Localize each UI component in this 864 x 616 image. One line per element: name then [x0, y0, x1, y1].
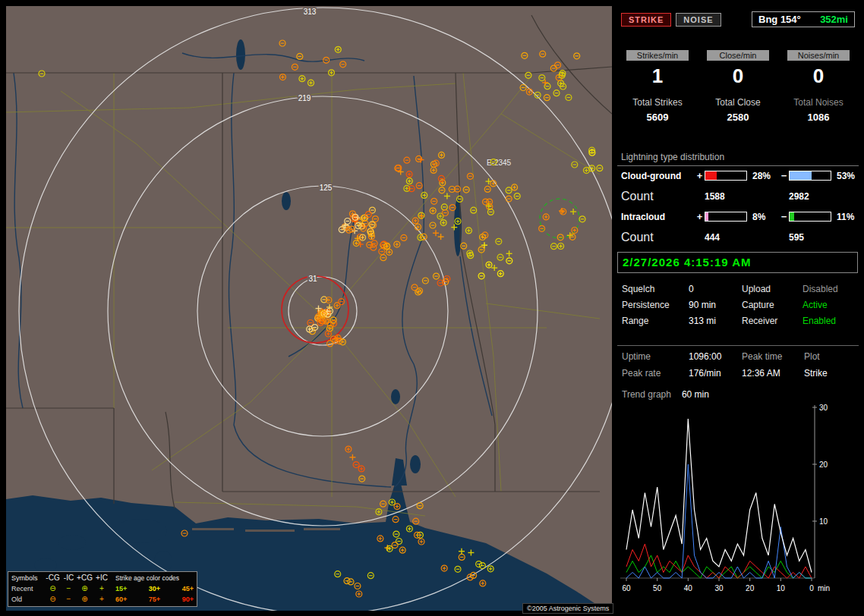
plot-value: Strike — [804, 368, 848, 379]
svg-text:0: 0 — [809, 584, 814, 592]
receiver-label: Receiver — [742, 316, 803, 326]
intracloud-label: Intracloud — [621, 212, 695, 222]
total-close-value: 2580 — [698, 112, 778, 123]
age-codes-row-1: 15+ 30+ 45+ — [111, 585, 194, 592]
age-75: 75+ — [149, 596, 160, 603]
total-noises-value: 1086 — [778, 112, 859, 123]
cg-minus-pct: 53% — [833, 171, 858, 181]
intracloud-count-row: Count 444 595 — [617, 231, 859, 244]
legend-type-ic-minus: -IC — [61, 574, 77, 582]
lightning-map[interactable]: 31321912531E-2345 — [6, 6, 612, 611]
datetime-box: 2/27/2026 4:15:19 AM — [617, 252, 858, 273]
bearing-label: Bng 154° — [758, 14, 801, 25]
trend-graph-canvas: 3020106050403020100min — [617, 402, 859, 601]
map-canvas: 31321912531E-2345 — [6, 6, 612, 611]
strikes-per-min-value: 1 — [617, 65, 698, 86]
peak-rate-value: 176/min — [689, 368, 742, 379]
age-90: 90+ — [182, 596, 194, 603]
legend-age-header: Strike age color codes — [111, 574, 194, 582]
cg-minus-count: 2982 — [789, 191, 833, 202]
intracloud-row: Intracloud + 8% − 11% — [617, 211, 859, 222]
total-noises-label: Total Noises — [778, 97, 859, 108]
svg-text:30: 30 — [819, 404, 828, 412]
trend-graph: 3020106050403020100min — [617, 402, 859, 604]
minus-sign: − — [779, 211, 789, 222]
range-label: Range — [622, 316, 689, 326]
trend-graph-label: Trend graph — [622, 389, 671, 400]
range-value: 313 mi — [689, 316, 742, 326]
ic-plus-count: 444 — [705, 232, 749, 243]
capture-label: Capture — [742, 300, 803, 310]
ic-plus-recent-icon: + — [93, 585, 111, 592]
symbol-legend: Symbols -CG -IC +CG +IC Strike age color… — [8, 571, 197, 607]
total-strikes-value: 5609 — [617, 112, 698, 123]
ic-minus-count: 595 — [789, 232, 833, 243]
map-labels: 31321912531E-2345 — [298, 8, 512, 283]
cg-plus-bar — [705, 171, 747, 181]
cg-plus-count: 1588 — [705, 191, 749, 202]
minus-sign: − — [779, 170, 789, 181]
svg-text:219: 219 — [298, 94, 311, 102]
cloud-ground-count-row: Count 1588 2982 — [617, 190, 859, 203]
squelch-label: Squelch — [622, 284, 689, 294]
count-label: Count — [621, 231, 695, 244]
svg-text:60: 60 — [622, 584, 631, 592]
trend-graph-header: Trend graph 60 min — [617, 389, 859, 400]
uptime-label: Uptime — [622, 351, 689, 362]
strikes-per-min-chip: Strikes/min — [626, 50, 689, 61]
peak-time-label: Peak time — [742, 351, 804, 362]
bearing-range: 352mi — [820, 14, 848, 25]
svg-text:40: 40 — [684, 584, 693, 592]
upload-value: Disabled — [803, 284, 856, 294]
persistence-label: Persistence — [622, 300, 689, 310]
upload-label: Upload — [742, 284, 803, 294]
cg-minus-recent-icon: ⊖ — [45, 585, 61, 592]
legend-type-cg-minus: -CG — [45, 574, 61, 582]
cg-plus-pct: 28% — [749, 171, 779, 181]
legend-type-cg-plus: +CG — [77, 574, 93, 582]
total-close-label: Total Close — [698, 97, 778, 108]
legend-symbols-header: Symbols — [11, 574, 45, 582]
datetime-value: 2/27/2026 4:15:19 AM — [623, 256, 752, 269]
svg-text:125: 125 — [320, 184, 333, 192]
plus-sign: + — [695, 170, 705, 181]
svg-text:min: min — [818, 584, 830, 592]
rate-values-row: 1 0 0 — [617, 65, 859, 86]
age-60: 60+ — [115, 596, 127, 603]
age-30: 30+ — [149, 585, 160, 592]
svg-text:31: 31 — [308, 275, 317, 283]
age-45: 45+ — [182, 585, 194, 592]
legend-recent-label: Recent — [11, 585, 45, 592]
plus-sign: + — [695, 211, 705, 222]
persistence-value: 90 min — [689, 300, 742, 310]
svg-text:313: 313 — [304, 8, 317, 16]
copyright-text: ©2005 Astrogenic Systems — [522, 603, 613, 614]
trend-window-value: 60 min — [682, 389, 709, 400]
rivers-layer — [14, 53, 492, 487]
svg-text:10: 10 — [777, 584, 786, 592]
cg-minus-bar — [789, 171, 831, 181]
noise-button[interactable]: NOISE — [676, 13, 721, 27]
strike-button[interactable]: STRIKE — [621, 13, 671, 27]
nexstorm-window: 31321912531E-2345 Symbols -CG -IC +CG +I… — [0, 0, 864, 616]
legend-old-label: Old — [11, 596, 45, 603]
ic-minus-recent-icon: − — [61, 585, 77, 592]
age-15: 15+ — [115, 585, 127, 592]
status-panel: STRIKE NOISE Bng 154° 352mi Strikes/min … — [617, 6, 859, 610]
bearing-box: Bng 154° 352mi — [752, 11, 855, 27]
distribution-title: Lightning type distribution — [617, 152, 859, 166]
ic-minus-old-icon: − — [61, 596, 77, 603]
noises-per-min-value: 0 — [778, 65, 859, 86]
squelch-value: 0 — [689, 284, 742, 294]
svg-text:30: 30 — [714, 584, 724, 592]
total-strikes-label: Total Strikes — [617, 97, 698, 108]
ic-plus-bar — [705, 212, 747, 222]
roads-layer — [6, 73, 600, 516]
ic-minus-pct: 11% — [833, 212, 858, 222]
rate-chips-row: Strikes/min Close/min Noises/min — [617, 48, 859, 61]
svg-text:10: 10 — [819, 517, 828, 526]
ic-plus-pct: 8% — [749, 212, 779, 222]
cloud-ground-row: Cloud-ground + 28% − 53% — [617, 170, 859, 181]
totals-row: Total Strikes 5609 Total Close 2580 Tota… — [617, 97, 859, 123]
count-label: Count — [621, 190, 695, 203]
